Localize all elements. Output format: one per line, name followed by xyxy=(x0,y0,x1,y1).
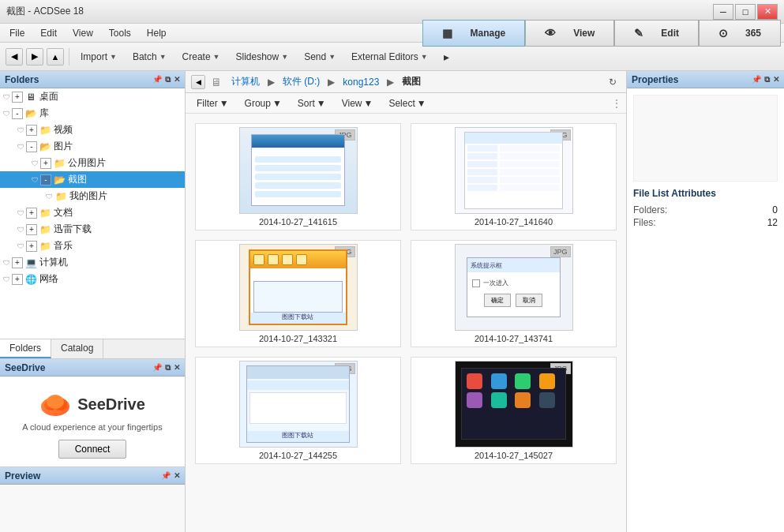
tree-item-computer[interactable]: 🛡 + 💻 计算机 xyxy=(0,254,185,271)
tree-item-public-pictures[interactable]: 🛡 + 📁 公用图片 xyxy=(0,155,185,171)
more-button[interactable]: ▸ xyxy=(437,47,456,67)
back-button[interactable]: ◀ xyxy=(6,48,23,66)
folder-tree: 🛡 + 🖥 桌面 🛡 - 📂 库 🛡 + 📁 视频 xyxy=(0,88,185,339)
ext-arrow-icon: ▼ xyxy=(421,53,428,61)
file-thumb-3[interactable]: JPGwww.eeooo.com系统提示框一次进入确定取消2014-10-27_… xyxy=(411,240,617,347)
expand-desktop[interactable]: + xyxy=(12,92,23,103)
batch-arrow-icon: ▼ xyxy=(159,53,167,61)
pin-icon[interactable]: 📌 xyxy=(152,75,162,84)
tree-item-pictures[interactable]: 🛡 - 📂 图片 xyxy=(0,138,185,155)
expand-network[interactable]: + xyxy=(12,274,23,285)
view-mode-button[interactable]: 👁 View xyxy=(525,20,614,47)
tree-item-music[interactable]: 🛡 + 📁 音乐 xyxy=(0,238,185,254)
minimize-button[interactable]: ─ xyxy=(713,4,733,20)
path-current[interactable]: 截图 xyxy=(397,73,426,90)
create-button[interactable]: Create ▼ xyxy=(175,47,227,67)
seedrive-content: SeeDrive A cloud experience at your fing… xyxy=(14,383,170,466)
expand-computer[interactable]: + xyxy=(12,257,23,268)
external-editors-button[interactable]: External Editors ▼ xyxy=(344,47,435,67)
tree-item-screenshots[interactable]: 🛡 - 📂 截图 xyxy=(0,171,185,188)
menu-view[interactable]: View xyxy=(66,26,99,40)
close-button[interactable]: ✕ xyxy=(757,4,778,20)
up-button[interactable]: ▲ xyxy=(47,48,64,66)
folders-panel-icons: 📌 ⧉ ✕ xyxy=(152,75,180,84)
expand-videos[interactable]: + xyxy=(26,125,37,136)
tree-item-docs[interactable]: 🛡 + 📁 文档 xyxy=(0,204,185,221)
send-arrow-icon: ▼ xyxy=(328,53,336,61)
scrollbar-hint: ⋮ xyxy=(612,98,621,109)
preview-title: Preview xyxy=(5,470,40,481)
seedrive-float-icon[interactable]: ⧉ xyxy=(165,363,171,373)
forward-button[interactable]: ▶ xyxy=(26,48,43,66)
refresh-button[interactable]: ↻ xyxy=(604,73,621,91)
thumb-image-4: JPGwww.eeooo.com图图下载站 xyxy=(239,361,358,448)
365-mode-button[interactable]: ⊙ 365 xyxy=(699,20,781,47)
import-button[interactable]: Import ▼ xyxy=(73,47,124,67)
file-thumb-0[interactable]: JPGwww.eeooo.com2014-10-27_141615 xyxy=(195,123,401,230)
float-icon[interactable]: ⧉ xyxy=(165,75,171,84)
expand-docs[interactable]: + xyxy=(26,208,37,219)
batch-button[interactable]: Batch ▼ xyxy=(126,47,174,67)
thumb-image-2: JPGwww.eeooo.com图图下载站 xyxy=(239,244,358,331)
view-button[interactable]: View ▼ xyxy=(336,96,380,111)
folders-panel: Folders 📌 ⧉ ✕ 🛡 + 🖥 桌面 🛡 - xyxy=(0,71,185,358)
manage-mode-button[interactable]: ▦ Manage xyxy=(422,20,525,47)
select-button[interactable]: Select ▼ xyxy=(382,96,432,111)
props-files-row: Files: 12 xyxy=(633,216,778,229)
tree-item-downloads[interactable]: 🛡 + 📁 迅雷下载 xyxy=(0,221,185,238)
tree-item-network[interactable]: 🛡 + 🌐 网络 xyxy=(0,271,185,287)
maximize-button[interactable]: □ xyxy=(735,4,756,20)
path-computer[interactable]: 计算机 xyxy=(227,73,264,90)
seedrive-close-icon[interactable]: ✕ xyxy=(174,363,180,373)
file-thumb-4[interactable]: JPGwww.eeooo.com图图下载站2014-10-27_144255 xyxy=(195,357,401,464)
expand-music[interactable]: + xyxy=(26,241,37,252)
expand-home[interactable]: - xyxy=(12,108,23,119)
preview-close-icon[interactable]: ✕ xyxy=(174,471,180,480)
expand-screenshots[interactable]: - xyxy=(40,174,51,185)
network-icon: 🌐 xyxy=(24,273,37,286)
connect-button[interactable]: Connect xyxy=(58,440,127,459)
view-arrow-icon: ▼ xyxy=(364,98,373,109)
file-label-5: 2014-10-27_145027 xyxy=(475,451,553,460)
group-button[interactable]: Group ▼ xyxy=(238,96,288,111)
props-close-icon[interactable]: ✕ xyxy=(773,75,779,84)
file-grid: JPGwww.eeooo.com2014-10-27_141615JPGwww.… xyxy=(186,114,626,532)
tree-item-desktop[interactable]: 🛡 + 🖥 桌面 xyxy=(0,88,185,105)
properties-preview xyxy=(633,95,778,182)
menu-edit[interactable]: Edit xyxy=(34,26,63,40)
files-label: Files: xyxy=(633,217,656,228)
props-pin-icon[interactable]: 📌 xyxy=(752,75,761,84)
preview-pin-icon[interactable]: 📌 xyxy=(161,471,171,480)
manage-grid-icon: ▦ xyxy=(436,25,459,41)
path-folder[interactable]: kong123 xyxy=(338,75,384,89)
sort-button[interactable]: Sort ▼ xyxy=(291,96,332,111)
menu-file[interactable]: File xyxy=(3,26,31,40)
menu-help[interactable]: Help xyxy=(141,26,173,40)
send-button[interactable]: Send ▼ xyxy=(297,47,343,67)
tree-item-home[interactable]: 🛡 - 📂 库 xyxy=(0,105,185,122)
folders-tab[interactable]: Folders xyxy=(0,339,51,358)
addr-back-button[interactable]: ◀ xyxy=(191,75,205,89)
thumb-image-1: JPGwww.eeooo.com xyxy=(455,127,573,214)
expand-pub-pics[interactable]: + xyxy=(40,158,51,169)
props-float-icon[interactable]: ⧉ xyxy=(764,75,770,84)
pub-pics-folder-icon: 📁 xyxy=(53,157,66,170)
tree-item-videos[interactable]: 🛡 + 📁 视频 xyxy=(0,122,185,138)
file-thumb-1[interactable]: JPGwww.eeooo.com2014-10-27_141640 xyxy=(411,123,617,230)
file-thumb-2[interactable]: JPGwww.eeooo.com图图下载站2014-10-27_143321 xyxy=(195,240,401,347)
edit-mode-button[interactable]: ✎ Edit xyxy=(614,20,699,47)
properties-title: Properties xyxy=(632,74,678,85)
close-panel-icon[interactable]: ✕ xyxy=(174,75,180,84)
file-thumb-5[interactable]: JPGwww.eeooo.com2014-10-27_145027 xyxy=(411,357,617,464)
slideshow-button[interactable]: Slideshow ▼ xyxy=(229,47,296,67)
path-drive[interactable]: 软件 (D:) xyxy=(278,73,324,90)
filter-button[interactable]: Filter ▼ xyxy=(190,96,235,111)
pictures-folder-icon: 📂 xyxy=(39,140,51,153)
catalog-tab[interactable]: Catalog xyxy=(51,339,103,358)
seedrive-pin-icon[interactable]: 📌 xyxy=(152,363,162,373)
expand-downloads[interactable]: + xyxy=(26,224,37,235)
tree-item-my-pictures[interactable]: 🛡 📁 我的图片 xyxy=(0,188,185,204)
file-label-3: 2014-10-27_143741 xyxy=(475,334,553,343)
expand-pictures[interactable]: - xyxy=(26,141,37,152)
menu-tools[interactable]: Tools xyxy=(103,26,137,40)
